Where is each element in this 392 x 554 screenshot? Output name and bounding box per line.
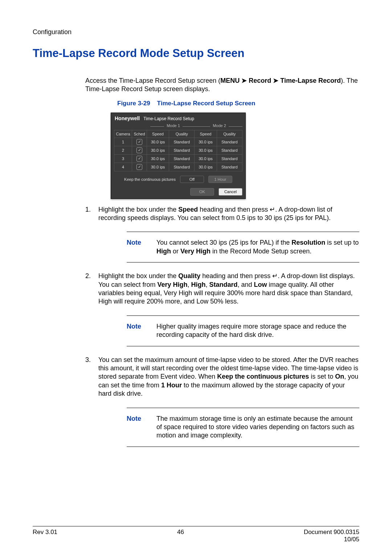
note-label: Note xyxy=(127,239,148,256)
dialog-title: Time-Lapse Record Setup xyxy=(143,116,194,122)
brand-logo: Honeywell xyxy=(115,115,140,122)
ok-button[interactable]: OK xyxy=(190,188,214,195)
step-3: You can set the maximum amount of time-l… xyxy=(85,356,359,447)
intro-paragraph: Access the Time-Lapse Record Setup scree… xyxy=(85,77,359,94)
arrow-icon: ➤ xyxy=(273,77,278,84)
col-camera: Camera xyxy=(114,130,132,138)
footer-date: 10/05 xyxy=(344,536,359,543)
mode1-header: Mode 1 xyxy=(150,123,196,129)
keep-label: Keep the continuous pictures xyxy=(124,177,176,182)
enter-icon: ↵ xyxy=(272,272,278,280)
page-title: Time-Lapse Record Mode Setup Screen xyxy=(33,47,359,60)
note-text: You cannot select 30 ips (25 ips for PAL… xyxy=(156,239,359,256)
table-row: 1 ✓ 30.0 ips Standard 30.0 ips Standard xyxy=(114,138,242,146)
footer-rev: Rev 3.01 xyxy=(33,529,57,543)
footer-page: 46 xyxy=(177,529,184,543)
footer-doc: Document 900.0315 xyxy=(304,529,359,535)
figure-caption: Figure 3-29 Time-Lapse Record Setup Scre… xyxy=(117,99,359,107)
note-label: Note xyxy=(127,415,148,440)
col-quality2: Quality xyxy=(217,130,242,138)
col-quality: Quality xyxy=(169,130,195,138)
checkbox-icon: ✓ xyxy=(136,156,142,162)
page-footer: Rev 3.01 46 Document 900.0315 10/05 xyxy=(33,526,359,543)
step-1: Highlight the box under the Speed headin… xyxy=(85,205,359,263)
note-label: Note xyxy=(127,322,148,339)
note-block: Note Higher quality images require more … xyxy=(127,315,359,346)
table-row: 4 ✓ 30.0 ips Standard 30.0 ips Standard xyxy=(114,163,242,171)
note-block: Note You cannot select 30 ips (25 ips fo… xyxy=(127,232,359,262)
col-sched: Sched xyxy=(132,130,147,138)
settings-table: Camera Sched Speed Quality Speed Quality… xyxy=(114,130,242,171)
checkbox-icon: ✓ xyxy=(136,139,142,145)
col-speed2: Speed xyxy=(195,130,217,138)
keep-duration[interactable]: 1 Hour xyxy=(208,176,232,183)
col-speed: Speed xyxy=(147,130,169,138)
checkbox-icon: ✓ xyxy=(136,147,142,153)
keep-toggle[interactable]: Off xyxy=(180,176,204,183)
checkbox-icon: ✓ xyxy=(136,164,142,170)
table-row: 3 ✓ 30.0 ips Standard 30.0 ips Standard xyxy=(114,155,242,163)
table-row: 2 ✓ 30.0 ips Standard 30.0 ips Standard xyxy=(114,146,242,155)
note-text: The maximum storage time is only an esti… xyxy=(156,415,359,440)
step-2: Highlight the box under the Quality head… xyxy=(85,272,359,346)
note-block: Note The maximum storage time is only an… xyxy=(127,408,359,447)
arrow-icon: ➤ xyxy=(241,77,247,84)
setup-dialog: Honeywell Time-Lapse Record Setup Mode 1… xyxy=(111,113,246,199)
note-text: Higher quality images require more stora… xyxy=(156,322,359,339)
breadcrumb: Configuration xyxy=(33,28,359,36)
mode2-header: Mode 2 xyxy=(196,123,242,129)
enter-icon: ↵ xyxy=(270,206,275,213)
cancel-button[interactable]: Cancel xyxy=(219,188,242,195)
